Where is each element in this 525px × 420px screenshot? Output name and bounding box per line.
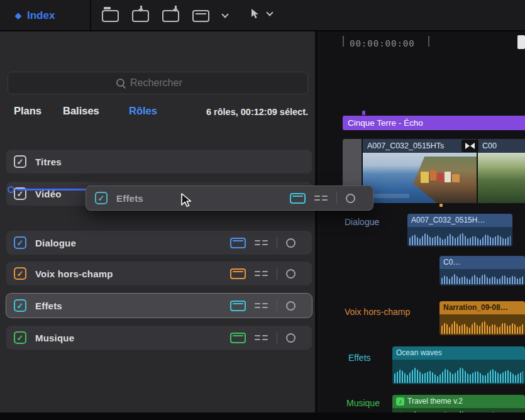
lane-label-effets: Effets — [348, 353, 371, 363]
separator — [336, 192, 337, 204]
check-icon: ✓ — [17, 190, 24, 198]
scrollbar-handle[interactable] — [517, 35, 525, 49]
separator — [277, 332, 277, 343]
dragged-role-row-effets[interactable]: ✓ Effets — [86, 185, 373, 211]
selection-summary: 6 rôles, 00:12:09 sélect. — [162, 107, 308, 117]
lane-display-icon[interactable] — [290, 193, 306, 204]
toolbar: ◆ Index — [0, 0, 525, 31]
lane-label-musique: Musique — [346, 398, 380, 408]
connect-edit-icon[interactable] — [102, 10, 119, 22]
transition-icon[interactable] — [461, 140, 478, 152]
separator — [277, 237, 277, 248]
triangle-left — [470, 143, 475, 149]
index-panel: Plans Balises Rôles 6 rôles, 00:12:09 sé… — [0, 31, 318, 420]
audio-clip-name: Travel theme v.2 — [407, 395, 463, 408]
audio-clip-dialogue[interactable]: A007_C032_0515H… — [407, 214, 512, 246]
audio-clip-name: Ocean waves — [392, 346, 525, 360]
music-note-icon: ♪ — [396, 397, 404, 406]
role-label: Dialogue — [35, 238, 221, 248]
check-icon: ✓ — [17, 270, 24, 278]
role-checkbox[interactable]: ✓ — [14, 267, 26, 280]
waveform — [441, 271, 523, 284]
triangle-right — [465, 143, 470, 149]
audio-clip-name: C0… — [439, 256, 525, 269]
lane-display-icon[interactable] — [230, 301, 246, 311]
index-button-label: Index — [27, 9, 55, 22]
role-row-voix-hors-champ[interactable]: ✓ Voix hors-champ — [6, 262, 312, 285]
video-clip-name[interactable]: A007_C032_0515HTs — [363, 139, 477, 153]
thumbnail-detail — [421, 172, 429, 183]
drop-indicator-line — [16, 189, 88, 191]
waveform — [441, 318, 523, 334]
focus-circle-icon[interactable] — [346, 194, 355, 203]
role-checkbox[interactable]: ✓ — [14, 299, 26, 312]
insert-edit-icon[interactable] — [132, 10, 149, 22]
focus-circle-icon[interactable] — [286, 238, 296, 248]
role-row-dialogue[interactable]: ✓ Dialogue — [6, 231, 312, 255]
audio-clip-ocean-waves[interactable]: Ocean waves — [392, 346, 525, 384]
role-row-titres[interactable]: ✓ Titres — [6, 150, 312, 174]
tool-select-menu[interactable] — [250, 8, 272, 19]
show-lanes-icon[interactable] — [255, 271, 268, 276]
tab-plans[interactable]: Plans — [14, 105, 41, 117]
waveform — [394, 363, 523, 383]
audio-clip-dialogue-2[interactable]: C0… — [439, 256, 525, 285]
chevron-down-icon — [266, 9, 273, 16]
append-edit-icon[interactable] — [162, 10, 179, 22]
role-row-effets[interactable]: ✓ Effets — [6, 294, 312, 318]
role-checkbox[interactable]: ✓ — [14, 331, 26, 344]
separator — [277, 300, 277, 311]
role-label: Effets — [116, 193, 281, 204]
role-label: Musique — [35, 333, 221, 343]
overwrite-edit-icon[interactable] — [192, 10, 209, 22]
show-lanes-icon[interactable] — [314, 196, 328, 201]
role-checkbox[interactable]: ✓ — [95, 192, 108, 204]
ruler-tick — [343, 36, 344, 47]
search-field[interactable] — [8, 72, 308, 94]
index-button[interactable]: ◆ Index — [6, 5, 64, 26]
lane-display-icon[interactable] — [230, 268, 246, 279]
show-lanes-icon[interactable] — [255, 335, 268, 340]
role-checkbox[interactable]: ✓ — [14, 155, 26, 168]
video-clip-name[interactable]: C00 — [478, 139, 525, 153]
role-label: Voix hors-champ — [35, 268, 221, 279]
video-thumbnail-green[interactable] — [478, 153, 525, 203]
focus-circle-icon[interactable] — [286, 333, 296, 343]
select-tool-icon — [250, 8, 260, 19]
app-window: ◆ Index Plans Balises Rôles 6 rôles, 00:… — [0, 0, 525, 420]
title-clip-name: Cinque Terre - Écho — [348, 118, 423, 128]
focus-circle-icon[interactable] — [286, 301, 296, 311]
role-label: Titres — [35, 157, 296, 167]
tab-balises[interactable]: Balises — [63, 105, 99, 117]
check-icon: ✓ — [17, 334, 24, 342]
show-lanes-icon[interactable] — [255, 303, 268, 308]
lane-label-dialogue: Dialogue — [345, 217, 379, 227]
chevron-down-icon[interactable] — [221, 11, 228, 18]
thumbnail-detail — [430, 170, 436, 180]
lane-display-icon[interactable] — [230, 238, 246, 248]
focus-circle-icon[interactable] — [286, 269, 296, 279]
thumbnail-detail — [445, 172, 451, 182]
audio-clip-narration[interactable]: Narration_09-08… — [439, 301, 525, 335]
thumbnail-detail — [452, 174, 460, 182]
search-input[interactable] — [130, 77, 199, 89]
separator — [277, 268, 277, 279]
thumbnail-detail — [438, 173, 443, 182]
role-checkbox[interactable]: ✓ — [14, 236, 26, 249]
marker — [439, 204, 443, 207]
index-diamond-icon: ◆ — [15, 11, 21, 19]
tab-roles[interactable]: Rôles — [129, 105, 157, 117]
video-thumbnail-coastal[interactable] — [363, 153, 477, 203]
show-lanes-icon[interactable] — [255, 240, 268, 245]
check-icon: ✓ — [17, 239, 24, 247]
title-clip[interactable]: Cinque Terre - Écho — [343, 116, 525, 130]
check-icon: ✓ — [17, 158, 24, 166]
audio-clip-name: Narration_09-08… — [439, 301, 525, 314]
lane-display-icon[interactable] — [230, 333, 246, 343]
role-row-musique[interactable]: ✓ Musique — [6, 326, 312, 350]
audio-clip-name: A007_C032_0515H… — [407, 214, 512, 227]
role-label: Effets — [35, 301, 221, 311]
waveform — [409, 229, 511, 245]
clip-selection-marker — [362, 111, 365, 115]
toolbar-separator — [90, 1, 91, 30]
